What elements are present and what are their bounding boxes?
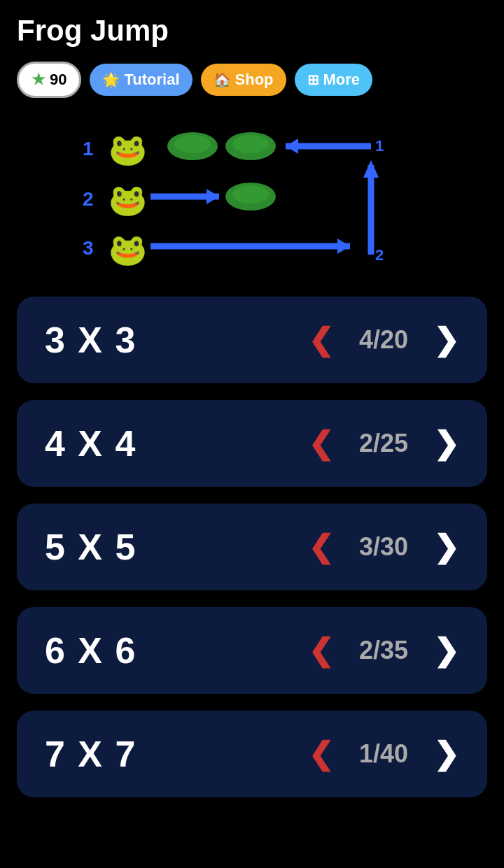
arrow-2-head <box>206 189 219 204</box>
level-7x7-right: ❮ 1/40 ❯ <box>308 739 459 769</box>
level-5x5-chevron-left[interactable]: ❮ <box>308 532 334 562</box>
level-5x5-chevron-right[interactable]: ❯ <box>433 532 459 562</box>
page: Frog Jump ★ 90 🌟 Tutorial 🏠 Shop ⊞ More … <box>0 0 504 868</box>
lily-2-shine <box>232 185 269 204</box>
page-title: Frog Jump <box>17 14 487 48</box>
frog-2: 🐸 <box>108 182 147 218</box>
level-card-6x6[interactable]: 6 X 6 ❮ 2/35 ❯ <box>17 607 487 694</box>
vertical-arrow-label: 2 <box>375 246 384 264</box>
level-card-5x5[interactable]: 5 X 5 ❮ 3/30 ❯ <box>17 504 487 590</box>
level-6x6-name: 6 X 6 <box>45 629 136 671</box>
vertical-arrow-head <box>363 160 379 178</box>
score-value: 90 <box>50 71 66 89</box>
level-4x4-right: ❮ 2/25 ❯ <box>308 428 459 459</box>
row-3-num: 3 <box>83 237 94 259</box>
top-bar: ★ 90 🌟 Tutorial 🏠 Shop ⊞ More <box>17 62 487 98</box>
more-label: More <box>323 71 360 89</box>
tutorial-label: Tutorial <box>124 71 179 89</box>
diagram: 1 🐸 1 2 🐸 <box>70 115 434 276</box>
level-5x5-right: ❮ 3/30 ❯ <box>308 532 459 562</box>
shop-button[interactable]: 🏠 Shop <box>201 64 286 96</box>
level-7x7-progress: 1/40 <box>345 739 422 769</box>
arrow-1-label: 1 <box>375 137 384 155</box>
level-card-3x3[interactable]: 3 X 3 ❮ 4/20 ❯ <box>17 297 487 383</box>
level-4x4-name: 4 X 4 <box>45 422 136 464</box>
arrow-3-head <box>337 239 350 254</box>
star-icon: ★ <box>31 71 46 89</box>
level-6x6-progress: 2/35 <box>345 636 422 665</box>
frog-1: 🐸 <box>108 131 147 168</box>
home-icon: 🏠 <box>214 71 231 88</box>
level-3x3-name: 3 X 3 <box>45 319 136 361</box>
level-6x6-chevron-left[interactable]: ❮ <box>308 635 334 666</box>
diagram-svg: 1 🐸 1 2 🐸 <box>70 115 434 276</box>
score-badge[interactable]: ★ 90 <box>17 62 81 98</box>
level-7x7-name: 7 X 7 <box>45 733 136 775</box>
level-3x3-right: ❮ 4/20 ❯ <box>308 325 459 355</box>
more-button[interactable]: ⊞ More <box>295 64 373 96</box>
level-card-7x7[interactable]: 7 X 7 ❮ 1/40 ❯ <box>17 711 487 797</box>
arrow-1-head <box>286 138 298 154</box>
level-7x7-chevron-right[interactable]: ❯ <box>433 739 459 769</box>
level-card-4x4[interactable]: 4 X 4 ❮ 2/25 ❯ <box>17 400 487 487</box>
lily-1a-shine <box>174 135 211 153</box>
level-4x4-chevron-right[interactable]: ❯ <box>433 428 459 459</box>
level-4x4-chevron-left[interactable]: ❮ <box>308 428 334 459</box>
lily-1b-shine <box>232 135 269 153</box>
level-5x5-progress: 3/30 <box>345 532 422 562</box>
tutorial-button[interactable]: 🌟 Tutorial <box>90 64 192 96</box>
frog-3: 🐸 <box>108 232 147 268</box>
shop-label: Shop <box>235 71 274 89</box>
level-3x3-chevron-right[interactable]: ❯ <box>433 325 459 355</box>
level-6x6-right: ❮ 2/35 ❯ <box>308 635 459 666</box>
level-3x3-progress: 4/20 <box>345 325 422 355</box>
level-6x6-chevron-right[interactable]: ❯ <box>433 635 459 666</box>
level-5x5-name: 5 X 5 <box>45 526 136 568</box>
row-1-num: 1 <box>83 138 94 159</box>
level-4x4-progress: 2/25 <box>345 429 422 458</box>
level-3x3-chevron-left[interactable]: ❮ <box>308 325 334 355</box>
row-2-num: 2 <box>83 188 94 210</box>
sun-icon: 🌟 <box>102 71 120 88</box>
level-7x7-chevron-left[interactable]: ❮ <box>308 739 334 769</box>
grid-icon: ⊞ <box>307 71 319 88</box>
